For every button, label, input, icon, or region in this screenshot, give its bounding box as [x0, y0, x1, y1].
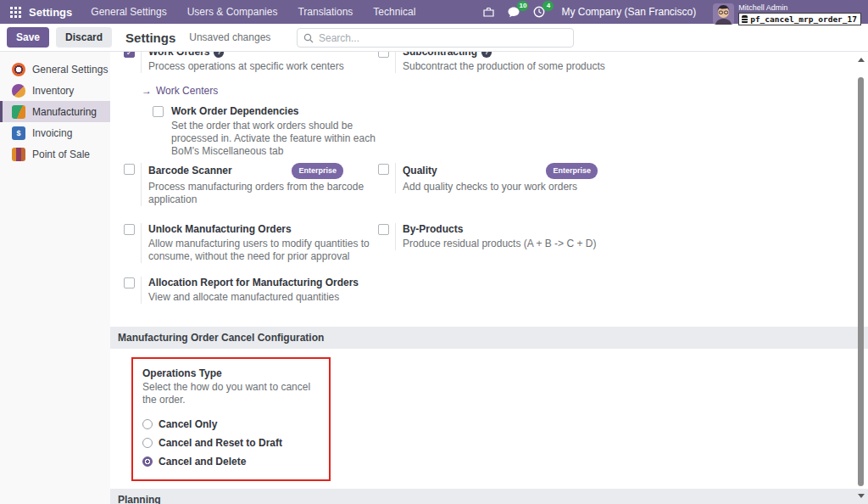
by-products-checkbox[interactable]: ✓	[378, 224, 389, 235]
sidebar-item-label: Inventory	[32, 85, 74, 97]
allocation-report-checkbox[interactable]: ✓	[124, 277, 135, 288]
apps-grid-icon[interactable]	[10, 7, 21, 18]
app-name[interactable]: Settings	[29, 6, 72, 19]
setting-description: Process manufacturing orders from the ba…	[148, 181, 378, 206]
sidebar-item-point-of-sale[interactable]: Point of Sale	[0, 143, 110, 165]
help-icon[interactable]: ?	[214, 52, 224, 58]
setting-by-products: ✓ By-Products Produce residual products …	[378, 223, 632, 250]
sidebar-item-manufacturing[interactable]: Manufacturing	[0, 101, 110, 122]
work-centers-link[interactable]: → Work Centers	[142, 85, 378, 97]
scroll-up-arrow[interactable]	[858, 58, 865, 62]
barcode-scanner-checkbox[interactable]: ✓	[124, 164, 135, 175]
nav-item-users-companies[interactable]: Users & Companies	[187, 6, 278, 18]
search-icon	[303, 33, 314, 43]
operations-type-description: Select the how do you want to cancel the…	[142, 381, 320, 406]
setting-unlock-manufacturing-orders: ✓ Unlock Manufacturing Orders Allow manu…	[124, 223, 378, 263]
sidebar-item-invoicing[interactable]: $ Invoicing	[0, 122, 110, 143]
company-switcher[interactable]: My Company (San Francisco)	[561, 6, 696, 18]
setting-title: Allocation Report for Manufacturing Orde…	[148, 277, 359, 289]
setting-title: Subcontracting	[403, 52, 477, 59]
search-box[interactable]	[297, 28, 574, 48]
database-icon	[742, 15, 748, 23]
point-of-sale-app-icon	[12, 148, 25, 161]
messages-count-badge: 10	[517, 1, 528, 11]
enterprise-badge: Enterprise	[546, 163, 598, 179]
setting-description: View and allocate manufactured quantitie…	[148, 291, 377, 304]
work-orders-checkbox[interactable]: ✓	[124, 52, 135, 58]
save-button[interactable]: Save	[7, 27, 49, 48]
inventory-app-icon	[12, 84, 25, 98]
radio-cancel-and-reset-to-draft[interactable]: Cancel and Reset to Draft	[142, 437, 320, 449]
user-menu[interactable]: Mitchell Admin pf_cancel_mrp_order_17	[713, 3, 861, 25]
settings-sidebar: General Settings Inventory Manufacturing…	[0, 52, 110, 504]
activities-clock-icon[interactable]: 4	[532, 5, 546, 19]
setting-description: Allow manufacturing users to modify quan…	[148, 238, 378, 263]
setting-description: Subcontract the production of some produ…	[403, 60, 605, 73]
operations-type-title: Operations Type	[142, 367, 320, 379]
setting-title: Work Order Dependencies	[171, 105, 299, 118]
invoicing-app-icon: $	[12, 126, 25, 140]
section-header-planning: Planning	[110, 489, 868, 504]
setting-description: Process operations at specific work cent…	[148, 60, 344, 73]
setting-subcontracting: ✓ Subcontracting ? Subcontract the produ…	[378, 52, 632, 73]
sidebar-item-label: Manufacturing	[32, 106, 97, 118]
sidebar-item-label: General Settings	[32, 64, 108, 76]
messages-icon[interactable]: 10	[507, 5, 520, 19]
nav-item-translations[interactable]: Translations	[298, 6, 353, 18]
breadcrumb-title[interactable]: Settings	[125, 31, 175, 45]
radio-cancel-and-delete[interactable]: Cancel and Delete	[142, 456, 320, 468]
radio-button-selected[interactable]	[142, 456, 153, 467]
top-navbar: Settings General Settings Users & Compan…	[0, 0, 868, 24]
setting-title: By-Products	[403, 223, 463, 236]
enterprise-badge: Enterprise	[292, 163, 343, 179]
avatar[interactable]	[713, 3, 734, 25]
general-settings-app-icon	[12, 63, 25, 76]
quality-checkbox[interactable]: ✓	[378, 164, 389, 175]
discard-button[interactable]: Discard	[56, 27, 112, 48]
user-name: Mitchell Admin	[738, 3, 861, 12]
subcontracting-checkbox[interactable]: ✓	[378, 52, 389, 58]
setting-description: Set the order that work orders should be…	[171, 120, 378, 158]
radio-label: Cancel and Reset to Draft	[159, 437, 282, 449]
radio-label: Cancel and Delete	[159, 456, 246, 468]
sidebar-item-general-settings[interactable]: General Settings	[0, 59, 110, 80]
nav-menu: General Settings Users & Companies Trans…	[91, 6, 415, 18]
setting-title: Quality	[403, 165, 437, 177]
work-centers-link-label: Work Centers	[156, 85, 218, 97]
nav-item-general-settings[interactable]: General Settings	[91, 6, 166, 18]
radio-cancel-only[interactable]: Cancel Only	[142, 418, 320, 430]
scroll-down-arrow[interactable]	[858, 494, 865, 498]
db-label: pf_cancel_mrp_order_17	[738, 13, 861, 25]
sidebar-item-label: Invoicing	[32, 127, 72, 139]
operations-type-highlight-box: Operations Type Select the how do you wa…	[131, 357, 331, 481]
nav-item-technical[interactable]: Technical	[373, 6, 415, 18]
search-input[interactable]	[319, 32, 567, 44]
section-header-label: Manufacturing Order Cancel Configuration	[118, 332, 324, 344]
vertical-scrollbar[interactable]	[855, 52, 867, 504]
activities-count-badge: 4	[542, 1, 554, 11]
setting-allocation-report: ✓ Allocation Report for Manufacturing Or…	[124, 277, 378, 304]
unlock-manufacturing-orders-checkbox[interactable]: ✓	[124, 224, 135, 235]
setting-quality: ✓ Quality Enterprise Add quality checks …	[378, 163, 632, 193]
section-header-cancel-configuration: Manufacturing Order Cancel Configuration	[110, 327, 868, 349]
control-panel: Save Discard Settings Unsaved changes	[0, 24, 868, 52]
sidebar-item-inventory[interactable]: Inventory	[0, 80, 110, 101]
work-order-dependencies-checkbox[interactable]: ✓	[153, 106, 164, 117]
arrow-right-icon: →	[142, 85, 152, 97]
radio-button[interactable]	[142, 438, 153, 448]
sidebar-item-label: Point of Sale	[32, 148, 90, 160]
help-icon[interactable]: ?	[481, 52, 492, 58]
setting-barcode-scanner: ✓ Barcode Scanner Enterprise Process man…	[124, 163, 378, 206]
setting-title: Unlock Manufacturing Orders	[148, 223, 292, 236]
setting-work-orders: ✓ Work Orders ? Process operations at sp…	[124, 52, 378, 73]
briefcase-icon[interactable]	[481, 5, 495, 19]
radio-button[interactable]	[142, 419, 153, 429]
radio-label: Cancel Only	[159, 418, 217, 430]
setting-title: Barcode Scanner	[148, 165, 232, 177]
section-header-label: Planning	[118, 494, 161, 504]
db-name: pf_cancel_mrp_order_17	[750, 14, 857, 24]
scrollbar-thumb[interactable]	[858, 77, 864, 486]
setting-description: Produce residual products (A + B -> C + …	[403, 238, 598, 250]
setting-description: Add quality checks to your work orders	[403, 181, 598, 193]
manufacturing-app-icon	[12, 105, 25, 119]
